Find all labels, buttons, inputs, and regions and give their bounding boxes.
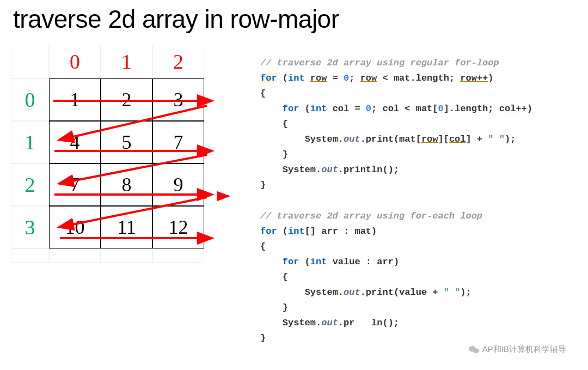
grid-corner [11, 248, 49, 263]
brace-close: } [283, 302, 288, 313]
col-header: 2 [152, 45, 204, 78]
num-literal: 0 [366, 104, 371, 114]
brace-close: } [283, 149, 288, 160]
grid-pad [49, 248, 101, 263]
grid-cell: 7 [152, 121, 204, 163]
var-value: value [333, 257, 360, 267]
var-row: row [421, 134, 438, 144]
kw-for: for [283, 104, 299, 114]
var-col: col [333, 104, 350, 114]
cls-system: System [305, 287, 338, 298]
fn-println-partial: ln [371, 318, 382, 328]
grid-cell: 4 [49, 121, 101, 163]
grid-cell: 3 [152, 78, 204, 121]
field-out: out [344, 134, 360, 144]
row-header: 2 [11, 163, 49, 206]
kw-int: int [288, 226, 305, 236]
kw-for: for [260, 226, 277, 236]
fn-println: println [344, 165, 382, 175]
code-comment: // traverse 2d array using for-each loop [260, 211, 482, 221]
fn-print: print [366, 134, 394, 144]
fn-print: print [366, 287, 394, 298]
brace-open: { [260, 88, 266, 99]
fn-println-partial: pr [344, 318, 354, 328]
cls-system: System [283, 318, 316, 328]
content-area: 0 1 2 0 1 2 3 1 4 5 7 2 7 8 9 [0, 40, 588, 361]
var-rowpp: row++ [460, 73, 488, 83]
grid-cell: 10 [49, 206, 101, 248]
code-comment: // traverse 2d array using regular for-l… [260, 58, 499, 68]
grid-pad [152, 248, 204, 263]
var-colpp: col++ [499, 104, 527, 114]
kw-for: for [260, 73, 277, 83]
brace-close: } [260, 180, 266, 190]
wechat-icon [468, 345, 480, 355]
var-arr: arr [321, 226, 338, 236]
str-literal: " " [488, 134, 505, 144]
cls-system: System [283, 165, 316, 175]
row-header: 1 [11, 121, 49, 163]
grid-cell: 8 [101, 163, 152, 206]
grid: 0 1 2 0 1 2 3 1 4 5 7 2 7 8 9 [11, 45, 238, 263]
field-out: out [321, 165, 338, 175]
grid-cell: 2 [101, 78, 152, 121]
var-col: col [382, 104, 399, 114]
kw-int: int [310, 257, 327, 267]
kw-int: int [288, 73, 305, 83]
svg-point-9 [473, 348, 479, 353]
watermark: AP和IB计算机科学辅导 [468, 344, 566, 355]
var-arr: arr [377, 257, 394, 267]
array-diagram: 0 1 2 0 1 2 3 1 4 5 7 2 7 8 9 [4, 40, 238, 361]
grid-cell: 12 [152, 206, 204, 248]
var-row: row [360, 73, 377, 83]
row-header: 3 [11, 206, 49, 248]
kw-for: for [283, 257, 299, 267]
kw-int: int [310, 104, 327, 114]
var-row: row [310, 73, 327, 83]
col-header: 0 [49, 45, 101, 78]
var-mat: mat [416, 104, 433, 114]
field-out: out [321, 318, 338, 328]
grid-corner [11, 45, 49, 78]
watermark-text: AP和IB计算机科学辅导 [482, 344, 566, 355]
brace-open: { [260, 241, 266, 252]
var-col: col [449, 134, 466, 144]
grid-cell: 11 [101, 206, 152, 248]
grid-cell: 9 [152, 163, 204, 206]
col-header: 1 [101, 45, 152, 78]
grid-pad [101, 248, 152, 263]
str-literal: " " [444, 287, 461, 298]
code-block: // traverse 2d array using regular for-l… [238, 40, 584, 361]
var-mat: mat [394, 73, 411, 83]
prop-length: length [455, 104, 488, 114]
num-literal: 0 [344, 73, 349, 83]
page-title: traverse 2d array in row-major [0, 0, 588, 40]
row-header: 0 [11, 78, 49, 121]
var-mat: mat [399, 134, 416, 144]
brace-close: } [260, 333, 266, 343]
grid-cell: 1 [49, 78, 101, 121]
num-literal: 0 [438, 104, 444, 114]
cls-system: System [305, 134, 338, 144]
grid-cell: 7 [49, 163, 101, 206]
grid-cell: 5 [101, 121, 152, 163]
field-out: out [344, 287, 360, 298]
var-value: value [399, 287, 427, 298]
var-mat: mat [354, 226, 371, 236]
brace-open: { [283, 119, 288, 129]
prop-length: length [416, 73, 449, 83]
brace-open: { [283, 272, 288, 282]
